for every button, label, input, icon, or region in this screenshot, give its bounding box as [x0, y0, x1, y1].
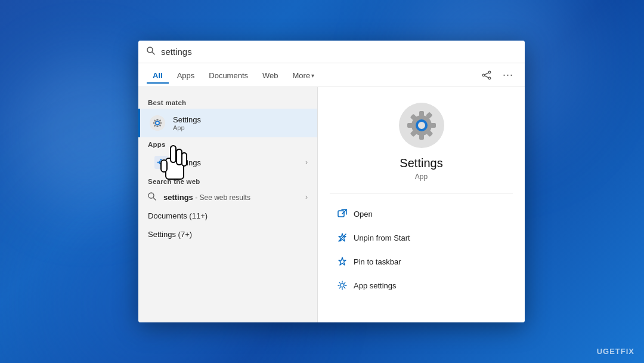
tabs-actions: ···: [478, 67, 516, 84]
divider: [330, 193, 513, 193]
documents-group-item[interactable]: Documents (11+): [138, 207, 317, 225]
app-settings-icon: [337, 280, 348, 291]
unpin-start-label: Unpin from Start: [354, 233, 410, 242]
content-area: Best match: [138, 87, 525, 322]
svg-line-5: [485, 72, 488, 74]
apps-settings-arrow: ›: [305, 158, 308, 167]
search-panel: All Apps Documents Web More ▾ ···: [138, 41, 525, 322]
pin-icon: [337, 256, 348, 267]
tab-all[interactable]: All: [147, 66, 169, 84]
svg-line-6: [485, 75, 488, 77]
pin-taskbar-label: Pin to taskbar: [354, 257, 401, 266]
apps-settings-icon: [154, 155, 168, 170]
search-input[interactable]: [161, 47, 516, 57]
share-button[interactable]: [478, 67, 495, 84]
svg-rect-34: [407, 123, 413, 128]
svg-point-3: [488, 77, 491, 79]
svg-rect-24: [157, 162, 159, 163]
svg-rect-23: [163, 162, 165, 163]
open-icon: [337, 208, 348, 219]
web-result-query: settings - See web results: [163, 193, 305, 202]
svg-rect-10: [157, 119, 159, 121]
svg-rect-22: [160, 165, 162, 166]
tab-web[interactable]: Web: [256, 66, 284, 84]
more-options-button[interactable]: ···: [500, 67, 516, 84]
settings-group-item[interactable]: Settings (7+): [138, 225, 317, 244]
app-settings-label: App settings: [354, 281, 397, 290]
settings-app-icon-small: [148, 113, 167, 133]
tabs-bar: All Apps Documents Web More ▾ ···: [138, 63, 525, 87]
apps-settings-text: Settings: [173, 158, 201, 167]
watermark-text: UGETFIX: [597, 347, 634, 356]
action-open[interactable]: Open: [330, 203, 513, 224]
best-match-label: Best match: [138, 96, 317, 109]
apps-settings-item[interactable]: Settings ›: [138, 150, 317, 174]
search-bar: [138, 41, 525, 63]
tab-more[interactable]: More ▾: [287, 66, 321, 84]
best-match-text: Settings App: [173, 115, 201, 131]
svg-rect-12: [160, 122, 162, 124]
svg-rect-33: [431, 123, 436, 128]
svg-point-30: [418, 122, 425, 129]
chevron-down-icon: ▾: [311, 72, 314, 79]
action-list: Open Unpin from Start: [330, 203, 513, 296]
action-unpin-start[interactable]: Unpin from Start: [330, 227, 513, 248]
svg-point-4: [482, 74, 485, 76]
web-section-label: Search the web: [138, 174, 317, 187]
settings-icon-large: [398, 101, 445, 149]
action-pin-taskbar[interactable]: Pin to taskbar: [330, 251, 513, 272]
svg-rect-39: [338, 211, 344, 217]
right-panel-app-name: Settings: [400, 156, 442, 170]
web-search-item[interactable]: settings - See web results ›: [138, 187, 317, 207]
svg-point-2: [488, 71, 491, 73]
tab-documents[interactable]: Documents: [203, 66, 254, 84]
svg-point-42: [340, 284, 344, 287]
action-app-settings[interactable]: App settings: [330, 275, 513, 296]
svg-point-9: [156, 122, 159, 124]
tab-apps[interactable]: Apps: [171, 66, 201, 84]
svg-line-1: [152, 52, 154, 54]
web-search-icon: [148, 192, 157, 202]
svg-rect-21: [160, 159, 162, 160]
search-icon: [147, 47, 155, 57]
svg-rect-32: [419, 134, 424, 140]
unpin-icon: [337, 232, 348, 243]
apps-section-label: Apps: [138, 137, 317, 150]
svg-rect-13: [153, 122, 155, 124]
svg-rect-11: [157, 126, 159, 128]
best-match-item[interactable]: Settings App: [138, 109, 317, 137]
left-panel: Best match: [138, 87, 317, 322]
svg-line-26: [153, 198, 156, 200]
svg-rect-31: [419, 111, 424, 116]
web-result-arrow: ›: [305, 193, 308, 201]
right-panel-app-type: App: [415, 173, 428, 181]
open-label: Open: [354, 210, 373, 219]
svg-point-20: [160, 161, 162, 164]
right-panel: Settings App Open: [317, 87, 525, 322]
